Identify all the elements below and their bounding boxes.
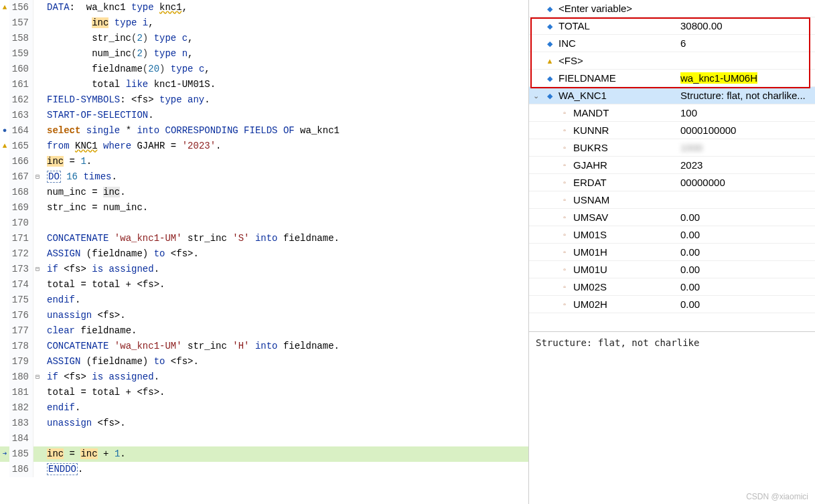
variable-row[interactable]: ▫UM02S0.00 [529,278,815,296]
code-content[interactable]: fieldname(20) type c, [42,62,528,77]
code-line[interactable]: 172ASSIGN (fieldname) to <fs>. [0,246,528,262]
variable-row[interactable]: ▫MANDT100 [529,104,815,122]
warning-icon[interactable]: ▲ [0,139,9,154]
gutter[interactable] [0,262,9,277]
variable-value[interactable]: 0.00 [676,209,815,226]
variable-row[interactable]: ⌄◆WA_KNC1Structure: flat, not charlike..… [529,87,815,104]
code-line[interactable]: 182endif. [0,400,528,416]
breakpoint-icon[interactable]: ● [0,123,9,139]
code-line[interactable]: 159 num_inc(2) type n, [0,46,528,62]
variable-value[interactable] [676,52,815,69]
code-line[interactable]: 166inc = 1. [0,154,528,169]
gutter[interactable] [0,231,9,246]
gutter[interactable] [0,416,9,431]
variable-row[interactable]: ◆TOTAL30800.00 [529,17,815,35]
code-line[interactable]: 174total = total + <fs>. [0,277,528,292]
code-line[interactable]: 163START-OF-SELECTION. [0,108,528,123]
gutter[interactable] [0,154,9,169]
code-line[interactable]: ▲165from KNC1 where GJAHR = '2023'. [0,139,528,154]
code-content[interactable]: num_inc(2) type n, [42,46,528,62]
variable-value[interactable]: 0.00 [676,261,815,278]
variable-row[interactable]: ◆FIELDNAMEwa_knc1-UM06H [529,70,815,87]
code-content[interactable]: DO 16 times. [42,169,528,185]
variable-row[interactable]: ▫UM01S0.00 [529,226,815,244]
variable-name[interactable]: USNAM [572,191,676,208]
code-content[interactable]: inc = inc + 1. [42,446,528,462]
code-content[interactable]: total = total + <fs>. [42,277,528,292]
code-content[interactable]: ASSIGN (fieldname) to <fs>. [42,354,528,369]
code-editor[interactable]: ▲156DATA: wa_knc1 type knc1,157 inc type… [0,0,529,504]
variable-name[interactable]: <Enter variable> [557,0,676,17]
code-content[interactable] [42,216,528,231]
variable-row[interactable]: ▫BUKRS1000 [529,139,815,157]
code-line[interactable]: ▲156DATA: wa_knc1 type knc1, [0,0,528,15]
variable-value[interactable]: 0.00 [676,278,815,295]
fold-icon[interactable]: ⊟ [33,262,42,277]
fold-icon[interactable]: ⊟ [33,369,42,385]
gutter[interactable] [0,400,9,416]
code-content[interactable]: clear fieldname. [42,323,528,339]
variable-value[interactable]: 0.00 [676,244,815,260]
variable-name[interactable]: UMSAV [572,209,676,226]
gutter[interactable] [0,46,9,62]
code-content[interactable]: num_inc = inc. [42,185,528,200]
gutter[interactable] [0,200,9,216]
variable-value[interactable]: 0.00 [676,226,815,243]
code-line[interactable]: 181total = total + <fs>. [0,385,528,400]
code-line[interactable]: 176unassign <fs>. [0,308,528,323]
variable-row[interactable]: ▲<FS> [529,52,815,70]
variable-value[interactable] [676,191,815,208]
variable-name[interactable]: GJAHR [572,157,676,173]
gutter[interactable] [0,15,9,31]
code-content[interactable]: str_inc(2) type c, [42,31,528,46]
gutter[interactable] [0,339,9,354]
code-line[interactable]: 169str_inc = num_inc. [0,200,528,216]
code-line[interactable]: 184 [0,431,528,446]
code-line[interactable]: 168num_inc = inc. [0,185,528,200]
gutter[interactable] [0,31,9,46]
gutter[interactable] [0,216,9,231]
code-content[interactable]: if <fs> is assigned. [42,369,528,385]
code-content[interactable]: if <fs> is assigned. [42,262,528,277]
gutter[interactable] [0,92,9,108]
gutter[interactable] [0,462,9,477]
variable-name[interactable]: ERDAT [572,174,676,191]
gutter[interactable] [0,108,9,123]
code-content[interactable]: unassign <fs>. [42,308,528,323]
code-content[interactable]: total = total + <fs>. [42,385,528,400]
code-line[interactable]: 173⊟if <fs> is assigned. [0,262,528,277]
fold-icon[interactable]: ⊟ [33,169,42,185]
code-content[interactable]: select single * into CORRESPONDING FIELD… [42,123,528,139]
variable-name[interactable]: UM01H [572,244,676,260]
variable-row[interactable]: ▫GJAHR2023 [529,157,815,174]
gutter[interactable] [0,385,9,400]
warning-icon[interactable]: ▲ [0,0,9,15]
gutter[interactable] [0,77,9,92]
code-content[interactable]: CONCATENATE 'wa_knc1-UM' str_inc 'S' int… [42,231,528,246]
code-content[interactable]: inc type i, [42,15,528,31]
code-line[interactable]: 167⊟DO 16 times. [0,169,528,185]
variable-value[interactable]: 100 [676,104,815,121]
code-line[interactable]: 178CONCATENATE 'wa_knc1-UM' str_inc 'H' … [0,339,528,354]
variable-row[interactable]: ▫ERDAT00000000 [529,174,815,191]
code-content[interactable]: endif. [42,400,528,416]
variable-row[interactable]: ▫KUNNR0000100000 [529,122,815,139]
variable-value[interactable]: Structure: flat, not charlike... [676,87,815,104]
code-content[interactable]: total like knc1-UM01S. [42,77,528,92]
current-pointer-icon[interactable]: ➜ [0,446,9,462]
variable-value[interactable]: 0000100000 [676,122,815,139]
variable-row[interactable]: ▫UM02H0.00 [529,296,815,313]
variable-value[interactable]: 1000 [676,139,815,156]
code-line[interactable]: 183unassign <fs>. [0,416,528,431]
variable-row[interactable]: ◆<Enter variable> [529,0,815,17]
gutter[interactable] [0,185,9,200]
expand-icon[interactable]: ⌄ [529,87,542,104]
variable-row[interactable]: ▫USNAM [529,191,815,209]
gutter[interactable] [0,308,9,323]
variable-name[interactable]: TOTAL [557,17,676,34]
variable-value[interactable]: 00000000 [676,174,815,191]
variable-name[interactable]: UM02H [572,296,676,313]
variable-name[interactable]: BUKRS [572,139,676,156]
code-content[interactable]: CONCATENATE 'wa_knc1-UM' str_inc 'H' int… [42,339,528,354]
variable-name[interactable]: <FS> [557,52,676,69]
